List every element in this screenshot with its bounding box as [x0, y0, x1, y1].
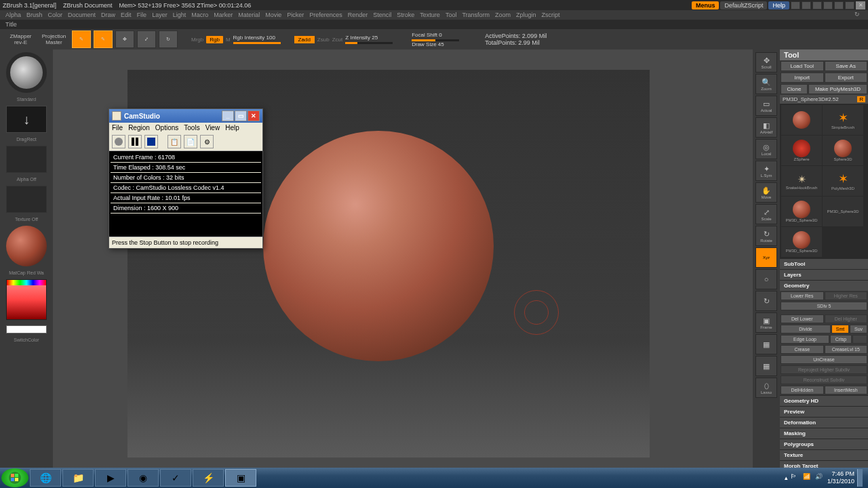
stroke-thumbnail[interactable]: ↓ — [6, 106, 47, 133]
cam-settings-button[interactable]: ⚙ — [200, 135, 214, 148]
sdiv-label[interactable]: SDiv 5 — [781, 302, 867, 310]
rgb-intensity-label[interactable]: Rgb Intensity 100 — [233, 35, 281, 41]
tool-thumb-polymesh3d[interactable]: ✶PolyMesh3D — [823, 166, 863, 196]
tool-panel-header[interactable]: Tool — [780, 49, 868, 60]
cam-menu-region[interactable]: Region — [128, 124, 150, 131]
cam-menu-options[interactable]: Options — [155, 124, 178, 131]
blank-button-2[interactable]: ↻ — [755, 291, 777, 311]
close-icon[interactable]: ✕ — [856, 1, 865, 9]
task-media[interactable]: ▶ — [95, 469, 126, 487]
camstudio-window[interactable]: CamStudio _ ▭ ✕ File Region Options Tool… — [108, 108, 263, 249]
smt-button[interactable]: Smt — [831, 325, 849, 333]
cam-menu-view[interactable]: View — [205, 124, 220, 131]
minimize-icon[interactable] — [834, 1, 844, 9]
import-button[interactable]: Import — [781, 73, 824, 83]
color-picker[interactable] — [6, 279, 47, 320]
scale-tool-button[interactable]: ⤢Scale — [755, 204, 777, 224]
focal-shift-label[interactable]: Focal Shift 0 — [412, 32, 459, 38]
scroll-button[interactable]: ✥Scroll — [755, 52, 777, 73]
rgb-button[interactable]: Rgb — [206, 36, 223, 43]
local-button[interactable]: ◎Local — [755, 139, 777, 159]
refresh-icon[interactable]: ↻ — [854, 11, 863, 19]
polygroups-section[interactable]: Polygroups — [780, 439, 868, 449]
draw-size-label[interactable]: Draw Size 45 — [412, 41, 459, 47]
texture-section[interactable]: Texture — [780, 449, 868, 460]
rgb-intensity-slider[interactable] — [233, 42, 281, 44]
cam-stop-button[interactable] — [144, 135, 158, 148]
edgeloop-button[interactable]: Edge Loop — [781, 335, 829, 344]
suv-button[interactable]: Suv — [850, 325, 867, 333]
menu-movie[interactable]: Movie — [265, 12, 281, 18]
menu-document[interactable]: Document — [68, 12, 96, 18]
menu-preferences[interactable]: Preferences — [309, 12, 342, 18]
lower-res-button[interactable]: Lower Res — [781, 291, 824, 300]
menus-button[interactable]: Menus — [692, 1, 719, 9]
help-button[interactable]: Help — [768, 1, 789, 9]
menu-stroke[interactable]: Stroke — [397, 12, 414, 18]
rotate-tool-button[interactable]: ↻Rotate — [755, 226, 777, 246]
move-icon[interactable]: ✥ — [115, 30, 134, 48]
export-button[interactable]: Export — [825, 73, 868, 83]
switch-color-swatch[interactable] — [6, 325, 47, 333]
delhidden-button[interactable]: DelHidden — [781, 386, 824, 394]
cam-record-button[interactable] — [112, 135, 125, 148]
camstudio-titlebar[interactable]: CamStudio _ ▭ ✕ — [109, 109, 262, 123]
menu-tool[interactable]: Tool — [446, 12, 457, 18]
lasso-button[interactable]: ⬯Lasso — [755, 378, 777, 398]
aahalf-button[interactable]: ◧AAHalf — [755, 117, 777, 138]
zoom-button[interactable]: 🔍Zoom — [755, 74, 777, 94]
reconstruct-button[interactable]: Reconstruct Subdiv — [781, 375, 867, 384]
actual-button[interactable]: ▭Actual — [755, 96, 777, 116]
cam-menu-tools[interactable]: Tools — [184, 124, 199, 131]
make-polymesh3d-button[interactable]: Make PolyMesh3D — [808, 84, 867, 94]
task-hp[interactable]: ◉ — [127, 469, 159, 487]
menu-zplugin[interactable]: Zplugin — [516, 12, 536, 18]
deformation-section[interactable]: Deformation — [780, 417, 868, 428]
draw-icon[interactable]: ✎ — [94, 30, 113, 48]
tool-thumb-snakehook[interactable]: ✴SnakeHookBrush — [781, 166, 822, 196]
menu-texture[interactable]: Texture — [420, 12, 440, 18]
edit-icon[interactable]: ✎ — [72, 30, 91, 48]
menu-zoom[interactable]: Zoom — [495, 12, 511, 18]
z-intensity-slider[interactable] — [345, 42, 393, 44]
task-ie[interactable]: 🌐 — [30, 469, 61, 487]
preview-section[interactable]: Preview — [780, 406, 868, 417]
task-camstudio[interactable]: ▣ — [225, 469, 256, 487]
cam-menu-help[interactable]: Help — [225, 124, 239, 131]
menu-draw[interactable]: Draw — [101, 12, 115, 18]
crisp-button[interactable]: Crisp — [830, 335, 852, 344]
menu-file[interactable]: File — [137, 12, 147, 18]
r-badge[interactable]: R — [857, 96, 865, 102]
menu-render[interactable]: Render — [348, 12, 368, 18]
titlebar-icon-1[interactable] — [791, 1, 800, 9]
divide-button[interactable]: Divide — [781, 325, 831, 333]
menu-layer[interactable]: Layer — [152, 12, 167, 18]
menu-light[interactable]: Light — [173, 12, 186, 18]
menu-zscript[interactable]: Zscript — [542, 12, 560, 18]
blank-button-4[interactable]: ▦ — [755, 356, 777, 376]
masking-section[interactable]: Masking — [780, 428, 868, 439]
subtool-section[interactable]: SubTool — [780, 258, 868, 269]
load-tool-button[interactable]: Load Tool — [781, 61, 824, 71]
cam-maximize-icon[interactable]: ▭ — [235, 110, 247, 121]
scale-icon[interactable]: ⤢ — [137, 30, 156, 48]
tool-thumb-sphere3d[interactable]: Sphere3D — [823, 136, 863, 165]
cam-close-icon[interactable]: ✕ — [248, 110, 260, 121]
focal-shift-slider[interactable] — [412, 39, 459, 41]
del-lower-button[interactable]: Del Lower — [781, 314, 824, 323]
rotate-icon[interactable]: ↻ — [159, 30, 178, 48]
geometryhd-section[interactable]: Geometry HD — [780, 395, 868, 406]
menu-marker[interactable]: Marker — [214, 12, 233, 18]
tray-network-icon[interactable]: 📶 — [803, 473, 812, 483]
layers-section[interactable]: Layers — [780, 269, 868, 280]
cam-pause-button[interactable] — [128, 135, 142, 148]
reproject-button[interactable]: Reproject Higher Subdiv — [781, 365, 867, 374]
creaselvl-button[interactable]: CreaseLvl 15 — [825, 345, 868, 354]
zcut-button[interactable]: Zcut — [332, 37, 343, 43]
tool-thumb-current[interactable] — [781, 105, 822, 135]
blank-button-3[interactable]: ▦ — [755, 334, 777, 354]
titlebar-icon-4[interactable] — [823, 1, 833, 9]
save-as-button[interactable]: Save As — [825, 61, 868, 71]
blank-button-1[interactable]: ○ — [755, 269, 777, 289]
lsym-button[interactable]: ✦L.Sym — [755, 161, 777, 181]
